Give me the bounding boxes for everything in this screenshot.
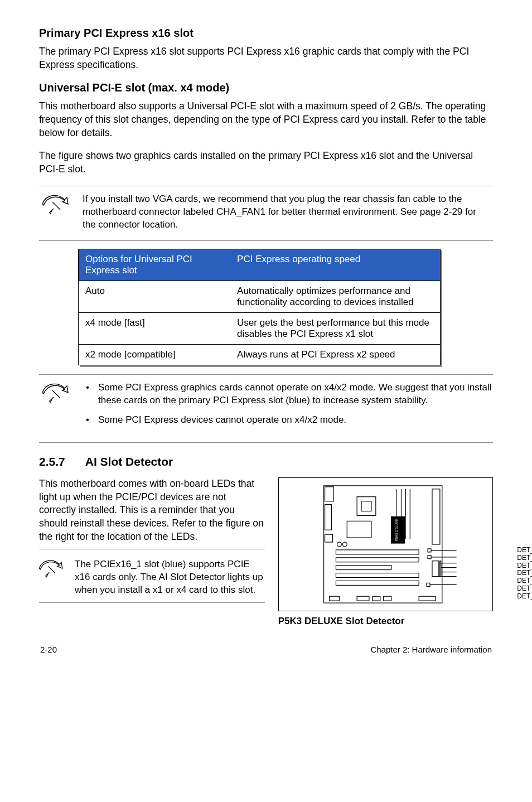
- led-label: DET_PCI3: [517, 593, 532, 601]
- primary-slot-heading: Primary PCI Express x16 slot: [39, 27, 493, 40]
- table-row: Auto Automatically optimizes performance…: [79, 281, 441, 313]
- svg-rect-16: [336, 581, 419, 585]
- note-x4x2-item-2: Some PCI Express devices cannot operate …: [83, 414, 493, 427]
- svg-rect-19: [428, 549, 431, 552]
- table-row: x2 mode [compatible] Always runs at PCI …: [79, 345, 441, 365]
- board-caption: P5K3 DELUXE Slot Detector: [278, 616, 493, 627]
- svg-rect-11: [347, 521, 371, 538]
- universal-slot-heading: Universal PCI-E slot (max. x4 mode): [39, 81, 493, 94]
- svg-rect-0: [357, 497, 376, 516]
- cell-x2-desc: Always runs at PCI Express x2 speed: [230, 345, 440, 365]
- svg-rect-1: [361, 501, 371, 511]
- svg-rect-26: [373, 596, 380, 601]
- divider: [39, 186, 493, 186]
- svg-rect-21: [432, 561, 439, 577]
- svg-rect-15: [336, 573, 419, 578]
- svg-rect-20: [428, 555, 431, 559]
- svg-rect-9: [432, 489, 440, 544]
- led-label: DET_PCIEX1_1: [517, 547, 532, 554]
- note-vga-fan-text: If you install two VGA cards, we recomme…: [83, 193, 493, 231]
- led-label: DET_X16_2: [517, 585, 532, 593]
- svg-point-18: [342, 542, 347, 547]
- svg-rect-2: [325, 487, 333, 501]
- svg-rect-23: [427, 583, 430, 586]
- led-label-stack: DET_PCIEX1_1 DET_PCIEX1_2 DET_X16_1 DET_…: [517, 547, 532, 601]
- note-x4x2-item-1: Some PCI Express graphics cards cannot o…: [83, 381, 493, 407]
- svg-rect-3: [325, 505, 331, 530]
- divider: [39, 442, 493, 443]
- chapter-label: Chapter 2: Hardware information: [370, 645, 492, 654]
- cell-x4-desc: User gets the best performance but this …: [230, 313, 440, 345]
- section-title: AI Slot Detector: [85, 455, 173, 468]
- svg-point-17: [337, 542, 341, 547]
- pci-express-table: Options for Universal PCI Express slot P…: [78, 249, 441, 365]
- led-label: DET_X16_1: [517, 562, 532, 570]
- note-pciex16: The PCIEx16_1 slot (blue) supports PCIE …: [39, 558, 265, 597]
- primary-slot-para: The primary PCI Express x16 slot support…: [39, 45, 493, 71]
- led-label: DET_PCI1: [517, 569, 532, 577]
- note-icon: [42, 193, 69, 215]
- motherboard-diagram: P5K3 DELUXE: [278, 477, 493, 611]
- page-number: 2-20: [40, 645, 57, 654]
- universal-slot-para-2: The figure shows two graphics cards inst…: [39, 149, 493, 176]
- svg-rect-12: [336, 550, 419, 554]
- note-pciex16-text: The PCIEx16_1 slot (blue) supports PCIE …: [75, 558, 265, 597]
- note-icon: [39, 558, 64, 578]
- divider: [39, 549, 265, 549]
- table-header-speed: PCI Express operating speed: [230, 249, 440, 281]
- divider: [39, 374, 493, 375]
- ai-slot-para: This motherboard comes with on-board LED…: [39, 477, 265, 543]
- svg-rect-14: [336, 566, 391, 570]
- svg-rect-4: [325, 534, 332, 542]
- note-vga-fan: If you install two VGA cards, we recomme…: [39, 193, 493, 231]
- divider: [39, 240, 493, 241]
- universal-slot-para-1: This motherboard also supports a Univers…: [39, 100, 493, 139]
- cell-x2: x2 mode [compatible]: [79, 345, 231, 365]
- cell-x4: x4 mode [fast]: [79, 313, 231, 345]
- cell-auto-desc: Automatically optimizes performance and …: [230, 281, 440, 313]
- ai-slot-heading: 2.5.7 AI Slot Detector: [39, 455, 493, 468]
- table-header-options: Options for Universal PCI Express slot: [79, 249, 231, 281]
- svg-rect-28: [419, 596, 436, 601]
- table-row: x4 mode [fast] User gets the best perfor…: [79, 313, 441, 345]
- divider: [39, 602, 265, 603]
- svg-rect-27: [383, 596, 391, 601]
- svg-rect-24: [329, 596, 339, 601]
- cell-auto: Auto: [79, 281, 231, 313]
- svg-rect-13: [336, 558, 419, 562]
- note-icon: [42, 381, 69, 404]
- led-label: DET_PCIEX1_2: [517, 554, 532, 562]
- page-footer: 2-20 Chapter 2: Hardware information: [39, 645, 493, 654]
- note-x4x2: Some PCI Express graphics cards cannot o…: [39, 381, 493, 433]
- motherboard-svg: P5K3 DELUXE: [279, 478, 492, 611]
- svg-rect-25: [357, 596, 369, 601]
- section-number: 2.5.7: [39, 455, 65, 468]
- led-label: DET_PCI2: [517, 577, 532, 585]
- svg-text:P5K3 DELUXE: P5K3 DELUXE: [395, 519, 398, 541]
